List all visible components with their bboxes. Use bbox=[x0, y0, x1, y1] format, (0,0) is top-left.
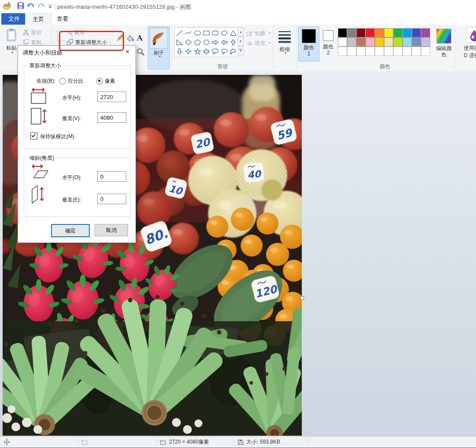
shape-polygon-icon[interactable] bbox=[220, 29, 228, 37]
paint3d-button[interactable]: 使用画图 D 进行编 bbox=[457, 27, 476, 68]
shape-arrow-down-icon[interactable] bbox=[176, 48, 183, 55]
palette-color[interactable] bbox=[338, 37, 347, 47]
palette-color[interactable] bbox=[366, 37, 375, 47]
palette-color[interactable] bbox=[421, 28, 430, 37]
text-tool[interactable]: A bbox=[137, 33, 143, 42]
cut-button[interactable]: 剪切 bbox=[23, 29, 41, 37]
shape-diamond-icon[interactable] bbox=[184, 38, 192, 46]
palette-color[interactable] bbox=[375, 28, 384, 37]
palette-color[interactable] bbox=[347, 28, 356, 37]
text-tool-icon: A bbox=[137, 33, 143, 42]
shape-arrow-up-icon[interactable] bbox=[229, 38, 237, 46]
red-highlight-annotation bbox=[59, 31, 124, 51]
color1-button[interactable]: 颜色 1 bbox=[298, 26, 319, 62]
palette-empty-slot[interactable] bbox=[421, 47, 430, 56]
shape-line-icon[interactable] bbox=[176, 29, 183, 37]
palette-color[interactable] bbox=[366, 28, 375, 37]
fill-button[interactable]: 填充 bbox=[246, 40, 271, 47]
shape-right-triangle-icon[interactable] bbox=[176, 38, 183, 46]
palette-color[interactable] bbox=[375, 37, 384, 47]
palette-empty-slot[interactable] bbox=[347, 47, 356, 56]
palette-empty-slot[interactable] bbox=[403, 47, 412, 56]
palette-empty-slot[interactable] bbox=[366, 47, 375, 56]
shapes-scroll: ▲ ▼ ▼ bbox=[238, 27, 244, 55]
color2-button[interactable]: 颜色 2 bbox=[319, 26, 337, 61]
tab-file[interactable]: 文件 bbox=[1, 13, 27, 25]
edit-colors-label: 编辑颜色 bbox=[436, 45, 452, 58]
status-bar: 2720 × 4080像素 大小: 593.8KB bbox=[0, 436, 476, 448]
palette-color[interactable] bbox=[338, 28, 347, 37]
palette-color[interactable] bbox=[403, 28, 412, 37]
image-dimensions: 2720 × 4080像素 bbox=[169, 438, 209, 446]
qat-customize-icon[interactable] bbox=[48, 3, 52, 11]
palette-color[interactable] bbox=[356, 28, 366, 37]
tab-view[interactable]: 查看 bbox=[50, 13, 75, 25]
palette-empty-slot[interactable] bbox=[338, 47, 347, 56]
resize-group-label: 重新调整大小 bbox=[28, 62, 63, 70]
undo-icon[interactable] bbox=[27, 2, 35, 11]
tab-home[interactable]: 主页 bbox=[25, 13, 51, 25]
canvas-resize-handle[interactable] bbox=[300, 296, 304, 300]
palette-color[interactable] bbox=[356, 37, 366, 47]
horizontal-resize-icon bbox=[30, 87, 46, 106]
size-button[interactable]: 粗细 bbox=[275, 27, 295, 68]
colors-group-label: 颜色 bbox=[338, 63, 432, 70]
shapes-scroll-down-icon[interactable]: ▼ bbox=[238, 37, 244, 46]
skew-horizontal-input[interactable] bbox=[97, 171, 126, 182]
shapes-more-icon[interactable]: ▼ bbox=[238, 46, 244, 55]
palette-empty-slot[interactable] bbox=[356, 47, 366, 56]
color1-swatch bbox=[302, 29, 316, 43]
shape-arrow-left-icon[interactable] bbox=[220, 38, 228, 46]
shape-star-5-icon[interactable] bbox=[194, 48, 201, 55]
skew-vertical-input[interactable] bbox=[97, 194, 126, 204]
magnifier-tool[interactable] bbox=[136, 48, 145, 58]
file-size-section: 大小: 593.8KB bbox=[238, 437, 280, 448]
fill-tool[interactable] bbox=[126, 34, 135, 44]
shape-triangle-icon[interactable] bbox=[229, 29, 237, 37]
shape-rectangle-icon[interactable] bbox=[202, 29, 210, 37]
shape-callout-cloud-icon[interactable] bbox=[229, 48, 237, 55]
cancel-button[interactable]: 取消 bbox=[95, 224, 128, 236]
palette-color[interactable] bbox=[384, 28, 393, 37]
shape-hexagon-icon[interactable] bbox=[202, 38, 210, 46]
pixel-radio[interactable] bbox=[96, 78, 103, 84]
palette-empty-slot[interactable] bbox=[393, 47, 403, 56]
palette-empty-slot[interactable] bbox=[412, 47, 421, 56]
disk-icon bbox=[238, 439, 244, 445]
clipboard-icon bbox=[6, 28, 17, 43]
percent-radio[interactable] bbox=[59, 78, 66, 84]
cut-label: 剪切 bbox=[31, 29, 41, 37]
shape-callout-oval-icon[interactable] bbox=[220, 48, 228, 55]
palette-color[interactable] bbox=[403, 37, 412, 47]
shape-oval-icon[interactable] bbox=[194, 29, 201, 37]
shape-arrow-right-icon[interactable] bbox=[211, 38, 219, 46]
color2-swatch bbox=[323, 30, 333, 41]
palette-empty-slot[interactable] bbox=[375, 47, 384, 56]
palette-color[interactable] bbox=[347, 37, 356, 47]
horizontal-input[interactable] bbox=[97, 92, 126, 102]
palette-color[interactable] bbox=[421, 37, 430, 47]
price-tag: 40 bbox=[243, 162, 265, 184]
aspect-checkbox[interactable] bbox=[30, 132, 37, 140]
palette-empty-slot[interactable] bbox=[384, 47, 393, 56]
shapes-scroll-up-icon[interactable]: ▲ bbox=[238, 27, 244, 37]
ok-button[interactable]: 确定 bbox=[51, 224, 90, 237]
outline-button[interactable]: 轮廓 bbox=[246, 30, 271, 37]
edit-colors-button[interactable]: 编辑颜色 bbox=[434, 27, 454, 68]
palette-color[interactable] bbox=[393, 28, 403, 37]
shape-curve-icon[interactable] bbox=[184, 29, 192, 37]
brush-button[interactable]: 刷子 bbox=[148, 26, 170, 70]
redo-icon[interactable] bbox=[37, 2, 45, 11]
shape-rounded-rectangle-icon[interactable] bbox=[211, 29, 219, 37]
palette-color[interactable] bbox=[393, 37, 403, 47]
shape-star-4-icon[interactable] bbox=[184, 48, 192, 55]
shape-pentagon-icon[interactable] bbox=[194, 38, 201, 46]
vertical-input[interactable] bbox=[97, 112, 126, 123]
palette-color[interactable] bbox=[412, 28, 421, 37]
shape-star-6-icon[interactable] bbox=[202, 48, 210, 55]
palette-color[interactable] bbox=[412, 37, 421, 47]
palette-color[interactable] bbox=[384, 37, 393, 47]
image-size-section: 2720 × 4080像素 bbox=[159, 437, 209, 448]
shape-callout-rounded-icon[interactable] bbox=[211, 48, 219, 55]
save-icon[interactable] bbox=[17, 2, 24, 11]
